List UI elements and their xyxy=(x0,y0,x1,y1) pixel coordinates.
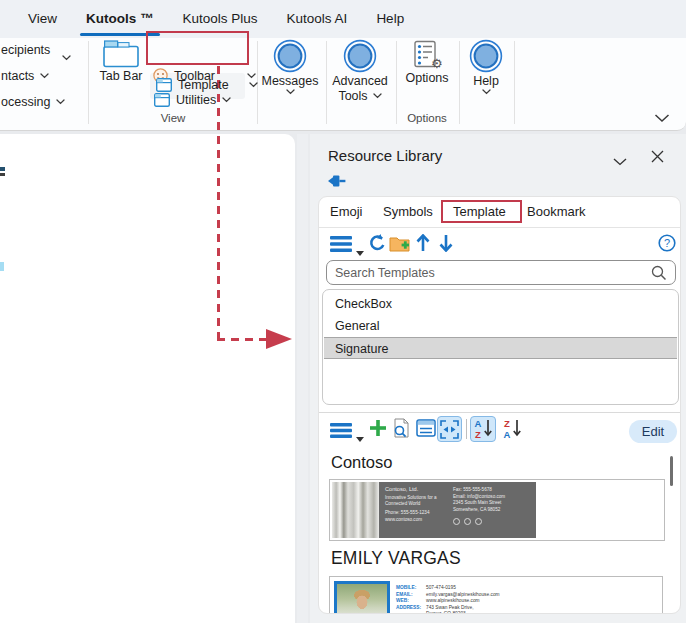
preview-icon[interactable] xyxy=(392,418,411,442)
svg-text:Z: Z xyxy=(475,429,481,440)
mobile-label: MOBILE: xyxy=(396,585,416,590)
svg-text:Z: Z xyxy=(504,418,510,429)
options-icon: ⚙ xyxy=(412,40,442,70)
chevron-down-icon xyxy=(56,99,65,105)
portrait-photo-frame: EMILY VARGAS xyxy=(334,581,390,614)
search-icon[interactable] xyxy=(651,265,667,281)
ribbon: ecipients ntacts ocessing Tab Bar xyxy=(0,38,686,131)
move-down-icon[interactable] xyxy=(439,234,453,256)
move-up-icon[interactable] xyxy=(416,234,430,256)
menu-icon[interactable] xyxy=(330,236,352,256)
signature-photo xyxy=(332,482,379,538)
template-button-content[interactable]: Template xyxy=(156,78,258,92)
menubar: View Kutools ™ Kutools Plus Kutools AI H… xyxy=(0,0,686,38)
contacts-button[interactable]: ntacts xyxy=(1,69,49,83)
tab-help[interactable]: Help xyxy=(372,0,408,38)
add-template-icon[interactable] xyxy=(369,419,387,441)
edit-button[interactable]: Edit xyxy=(629,420,677,443)
email-label: EMAIL: xyxy=(396,592,413,597)
pin-icon[interactable] xyxy=(328,174,346,192)
sort-az-icon[interactable]: AZ xyxy=(470,416,496,442)
panel-tab-emoji[interactable]: Emoji xyxy=(330,197,363,226)
menu-caret-icon[interactable] xyxy=(356,242,364,260)
divider xyxy=(319,412,680,413)
menu-caret-icon[interactable] xyxy=(356,428,364,446)
social-icon xyxy=(464,518,471,525)
folder-item-checkbox[interactable]: CheckBox xyxy=(324,293,677,315)
template-button-highlight-box xyxy=(146,31,249,65)
template-name-contoso: Contoso xyxy=(331,453,392,472)
panel-content-card: Emoji Symbols Template Bookmark ? xyxy=(318,196,681,614)
messages-icon xyxy=(273,39,307,73)
refresh-icon[interactable] xyxy=(368,234,387,257)
recipients-button[interactable]: ecipients xyxy=(1,43,50,57)
advanced-tools-button[interactable]: Advanced Tools xyxy=(328,39,392,103)
chevron-down-icon xyxy=(222,97,231,103)
options-button[interactable]: ⚙ Options xyxy=(398,40,456,85)
tab-bar-icon xyxy=(103,40,139,68)
chevron-down-icon xyxy=(373,93,382,99)
annotation-arrow-head xyxy=(266,329,292,349)
portrait-photo xyxy=(337,584,387,614)
messages-button[interactable]: Messages xyxy=(258,39,322,95)
tagline: Innovative Solutions for a xyxy=(385,496,437,501)
help-icon xyxy=(469,39,503,73)
fit-width-icon[interactable] xyxy=(437,416,462,442)
panel-close-icon[interactable] xyxy=(651,149,664,167)
messages-label: Messages xyxy=(262,74,319,88)
tools-label: Tools xyxy=(338,89,367,103)
utilities-icon xyxy=(154,93,170,107)
folder-item-general[interactable]: General xyxy=(324,315,677,337)
address-value-2: Denver, CO 80203 xyxy=(426,611,466,615)
menu-icon[interactable] xyxy=(330,423,352,442)
list-view-icon[interactable] xyxy=(416,418,436,442)
svg-text:⚙: ⚙ xyxy=(431,56,442,70)
scrollbar-thumb[interactable] xyxy=(670,456,673,486)
address-value: 743 Swan Peak Drive, xyxy=(426,605,473,610)
options-group-label: Options xyxy=(398,112,456,124)
tools-row: Tools xyxy=(338,89,381,103)
web-value: www.alpineskihouse.com xyxy=(426,598,480,603)
phone: Phone: 555-555-1234 xyxy=(385,511,429,516)
document-canvas[interactable] xyxy=(0,134,295,623)
panel-tab-symbols[interactable]: Symbols xyxy=(383,197,433,226)
address: 2345 South Main Street xyxy=(453,501,501,506)
processing-button[interactable]: ocessing xyxy=(1,95,65,109)
processing-label: ocessing xyxy=(1,95,50,109)
template-card-emily-vargas[interactable]: EMILY VARGAS MOBILE: 507-474-0195 EMAIL:… xyxy=(329,576,663,614)
svg-text:A: A xyxy=(475,418,482,429)
tab-view[interactable]: View xyxy=(24,0,61,38)
chevron-down-icon xyxy=(482,89,491,95)
chevron-down-icon xyxy=(40,73,49,79)
template-tab-highlight-box xyxy=(441,200,522,223)
clipped-content-mark xyxy=(0,173,5,176)
search-input[interactable] xyxy=(335,266,651,280)
website: www.contoso.com xyxy=(385,518,422,523)
svg-text:A: A xyxy=(504,429,511,440)
template-card-contoso[interactable]: Contoso, Ltd. Innovative Solutions for a… xyxy=(329,479,665,541)
advanced-tools-icon xyxy=(343,39,377,73)
help-icon[interactable]: ? xyxy=(658,234,676,256)
clipped-content-mark xyxy=(0,262,4,271)
chevron-down-icon xyxy=(286,89,295,95)
tab-bar-label: Tab Bar xyxy=(99,69,142,83)
sort-za-icon[interactable]: ZA xyxy=(499,416,525,442)
annotation-arrow-line xyxy=(217,338,267,341)
divider xyxy=(514,41,515,124)
help-button[interactable]: Help xyxy=(458,39,514,95)
splitter[interactable] xyxy=(297,134,308,623)
folder-item-signature[interactable]: Signature xyxy=(324,337,677,359)
ribbon-collapse-chevron-icon[interactable] xyxy=(654,109,670,127)
chevron-down-icon xyxy=(249,82,258,88)
panel-tab-bookmark[interactable]: Bookmark xyxy=(527,197,586,226)
tab-bar-button[interactable]: Tab Bar xyxy=(98,40,144,83)
divider xyxy=(326,41,327,124)
svg-text:?: ? xyxy=(664,237,670,249)
divider xyxy=(466,419,467,439)
panel-collapse-chevron-icon[interactable] xyxy=(613,152,627,170)
new-folder-icon[interactable] xyxy=(389,235,410,256)
tab-kutools-ai[interactable]: Kutools AI xyxy=(283,0,352,38)
address-label: ADDRESS: xyxy=(396,605,421,610)
divider xyxy=(396,41,397,124)
recipients-chevron-down-icon[interactable] xyxy=(62,47,71,65)
